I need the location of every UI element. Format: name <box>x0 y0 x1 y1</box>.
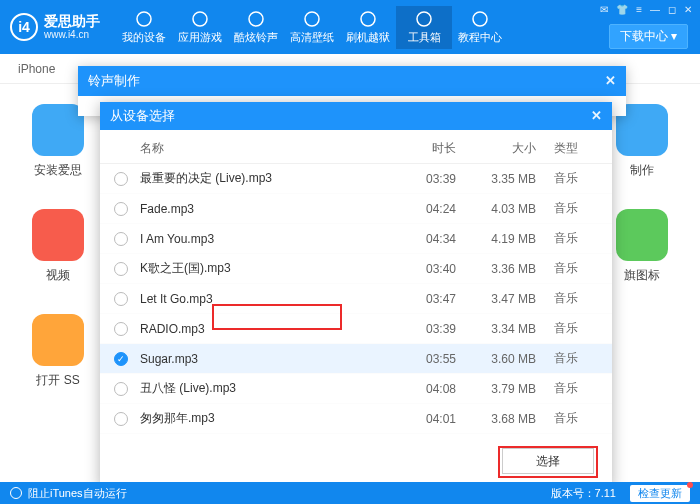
table-row[interactable]: 最重要的决定 (Live).mp303:393.35 MB音乐 <box>100 164 612 194</box>
menu-icon[interactable]: ≡ <box>636 4 642 15</box>
svg-point-6 <box>473 12 487 26</box>
cell-name: Sugar.mp3 <box>140 352 386 366</box>
cell-name: RADIO.mp3 <box>140 322 386 336</box>
radio-icon[interactable] <box>114 172 128 186</box>
cell-type: 音乐 <box>536 170 596 187</box>
close-icon[interactable]: ✕ <box>684 4 692 15</box>
skin-icon[interactable]: 👕 <box>616 4 628 15</box>
col-size: 大小 <box>456 140 536 157</box>
cell-name: K歌之王(国).mp3 <box>140 260 386 277</box>
app-logo: i4 爱思助手 www.i4.cn <box>10 13 100 41</box>
cell-size: 4.03 MB <box>456 202 536 216</box>
radio-icon[interactable] <box>114 322 128 336</box>
select-button[interactable]: 选择 <box>502 448 594 474</box>
table-row[interactable]: K歌之王(国).mp303:403.36 MB音乐 <box>100 254 612 284</box>
maximize-icon[interactable]: ◻ <box>668 4 676 15</box>
table-body: 最重要的决定 (Live).mp303:393.35 MB音乐Fade.mp30… <box>100 164 612 438</box>
nav-item[interactable]: 刷机越狱 <box>340 6 396 49</box>
cell-size: 3.35 MB <box>456 172 536 186</box>
nav-item[interactable]: 我的设备 <box>116 6 172 49</box>
version-label: 版本号：7.11 <box>551 486 616 501</box>
cell-name: 最重要的决定 (Live).mp3 <box>140 170 386 187</box>
tool-item[interactable]: 视频 <box>26 209 90 284</box>
tool-item[interactable]: 打开 SS <box>26 314 90 389</box>
svg-point-4 <box>361 12 375 26</box>
cell-size: 4.19 MB <box>456 232 536 246</box>
radio-icon[interactable] <box>114 292 128 306</box>
cell-duration: 04:24 <box>386 202 456 216</box>
app-url: www.i4.cn <box>44 29 100 40</box>
table-row[interactable]: Sugar.mp303:553.60 MB音乐 <box>100 344 612 374</box>
status-text: 阻止iTunes自动运行 <box>28 486 127 501</box>
main-nav: 我的设备应用游戏酷炫铃声高清壁纸刷机越狱工具箱教程中心 <box>116 6 508 49</box>
cell-duration: 03:40 <box>386 262 456 276</box>
radio-icon[interactable] <box>114 262 128 276</box>
cell-type: 音乐 <box>536 200 596 217</box>
svg-point-3 <box>305 12 319 26</box>
nav-item[interactable]: 教程中心 <box>452 6 508 49</box>
radio-icon[interactable] <box>114 412 128 426</box>
nav-item[interactable]: 高清壁纸 <box>284 6 340 49</box>
cell-duration: 03:39 <box>386 172 456 186</box>
cell-type: 音乐 <box>536 410 596 427</box>
close-icon[interactable]: ✕ <box>605 66 616 96</box>
cell-name: I Am You.mp3 <box>140 232 386 246</box>
cell-size: 3.47 MB <box>456 292 536 306</box>
cell-size: 3.68 MB <box>456 412 536 426</box>
cell-type: 音乐 <box>536 290 596 307</box>
cell-name: Fade.mp3 <box>140 202 386 216</box>
radio-icon[interactable] <box>114 352 128 366</box>
col-duration: 时长 <box>386 140 456 157</box>
window-controls: ✉ 👕 ≡ — ◻ ✕ <box>600 4 692 15</box>
table-row[interactable]: 丑八怪 (Live).mp304:083.79 MB音乐 <box>100 374 612 404</box>
nav-item[interactable]: 酷炫铃声 <box>228 6 284 49</box>
logo-icon: i4 <box>10 13 38 41</box>
cell-type: 音乐 <box>536 380 596 397</box>
radio-icon[interactable] <box>114 382 128 396</box>
cell-type: 音乐 <box>536 320 596 337</box>
cell-duration: 04:34 <box>386 232 456 246</box>
cell-duration: 03:47 <box>386 292 456 306</box>
table-header: 名称 时长 大小 类型 <box>100 130 612 164</box>
svg-point-2 <box>249 12 263 26</box>
toggle-icon[interactable] <box>10 487 22 499</box>
cell-size: 3.36 MB <box>456 262 536 276</box>
table-row[interactable]: Fade.mp304:244.03 MB音乐 <box>100 194 612 224</box>
feedback-icon[interactable]: ✉ <box>600 4 608 15</box>
tool-item[interactable]: 旗图标 <box>610 209 674 284</box>
cell-name: 匆匆那年.mp3 <box>140 410 386 427</box>
download-center-button[interactable]: 下载中心 ▾ <box>609 24 688 49</box>
cell-size: 3.34 MB <box>456 322 536 336</box>
title-bar: i4 爱思助手 www.i4.cn 我的设备应用游戏酷炫铃声高清壁纸刷机越狱工具… <box>0 0 700 54</box>
radio-icon[interactable] <box>114 202 128 216</box>
cell-name: 丑八怪 (Live).mp3 <box>140 380 386 397</box>
cell-name: Let It Go.mp3 <box>140 292 386 306</box>
table-row[interactable]: RADIO.mp303:393.34 MB音乐 <box>100 314 612 344</box>
app-title: 爱思助手 <box>44 14 100 29</box>
cell-duration: 04:08 <box>386 382 456 396</box>
col-type: 类型 <box>536 140 596 157</box>
minimize-icon[interactable]: — <box>650 4 660 15</box>
check-update-button[interactable]: 检查更新 <box>630 485 690 502</box>
nav-item[interactable]: 应用游戏 <box>172 6 228 49</box>
modal-title: 铃声制作 <box>88 66 140 96</box>
table-row[interactable]: Let It Go.mp303:473.47 MB音乐 <box>100 284 612 314</box>
cell-duration: 03:39 <box>386 322 456 336</box>
table-row[interactable]: 匆匆那年.mp304:013.68 MB音乐 <box>100 404 612 434</box>
table-row[interactable]: I Am You.mp304:344.19 MB音乐 <box>100 224 612 254</box>
cell-type: 音乐 <box>536 230 596 247</box>
svg-point-5 <box>417 12 431 26</box>
cell-type: 音乐 <box>536 260 596 277</box>
cell-size: 3.60 MB <box>456 352 536 366</box>
cell-type: 音乐 <box>536 350 596 367</box>
radio-icon[interactable] <box>114 232 128 246</box>
col-name: 名称 <box>140 140 386 157</box>
device-select-modal: 从设备选择 ✕ 名称 时长 大小 类型 最重要的决定 (Live).mp303:… <box>100 102 612 488</box>
close-icon[interactable]: ✕ <box>591 102 602 130</box>
cell-duration: 03:55 <box>386 352 456 366</box>
nav-item[interactable]: 工具箱 <box>396 6 452 49</box>
cell-size: 3.79 MB <box>456 382 536 396</box>
modal-title: 从设备选择 <box>110 102 175 130</box>
svg-point-0 <box>137 12 151 26</box>
status-bar: 阻止iTunes自动运行 版本号：7.11 检查更新 <box>0 482 700 504</box>
